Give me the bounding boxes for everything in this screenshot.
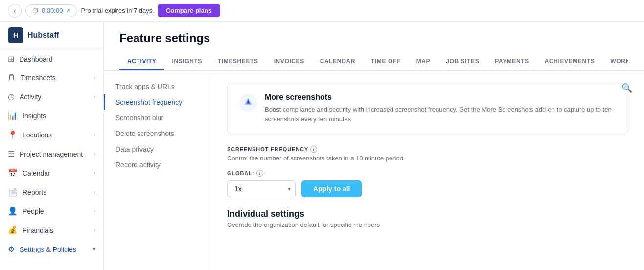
tab-invoices[interactable]: INVOICES xyxy=(266,53,312,70)
back-button[interactable]: ‹ xyxy=(8,4,22,18)
sidebar-item-label: Insights xyxy=(23,112,46,120)
chevron-icon: › xyxy=(94,151,95,157)
chevron-icon: › xyxy=(94,208,95,214)
sidebar-item-locations[interactable]: 📍 Locations › xyxy=(0,125,103,144)
sidebar-item-label: Settings & Policies xyxy=(20,246,76,253)
side-nav-screenshot-frequency[interactable]: Screenshot frequency xyxy=(104,94,211,110)
sidebar-item-label: Project management xyxy=(20,150,83,158)
side-nav: Track apps & URLs Screenshot frequency S… xyxy=(104,71,211,270)
tab-job-sites[interactable]: JOB SITES xyxy=(438,53,487,70)
timesheets-icon: 🗒 xyxy=(8,73,16,82)
timer-display[interactable]: ⏱ 0:00:00 ↗ xyxy=(25,4,77,17)
tab-time-off[interactable]: TIME OFF xyxy=(363,53,409,70)
inner-content: Track apps & URLs Screenshot frequency S… xyxy=(104,71,644,270)
sidebar-item-calendar[interactable]: 📅 Calendar › xyxy=(0,163,103,182)
section-description: Control the number of screenshots taken … xyxy=(227,155,628,162)
chevron-icon: › xyxy=(94,170,95,176)
people-icon: 👤 xyxy=(8,206,18,216)
search-button[interactable]: 🔍 xyxy=(621,83,632,93)
tab-achievements[interactable]: ACHIEVEMENTS xyxy=(537,53,603,70)
tab-activity[interactable]: ACTIVITY xyxy=(119,53,164,70)
sidebar-item-settings-policies[interactable]: ⚙ Settings & Policies ▾ xyxy=(0,240,103,259)
trial-text: Pro trial expires in 7 days. xyxy=(81,7,154,14)
section-info-icon[interactable]: i xyxy=(310,146,317,153)
sidebar-item-financials[interactable]: 💰 Financials › xyxy=(0,221,103,240)
sidebar-item-label: Reports xyxy=(23,188,46,196)
apply-to-all-button[interactable]: Apply to all xyxy=(301,180,362,197)
global-info-icon[interactable]: i xyxy=(256,170,263,177)
project-management-icon: ☰ xyxy=(8,149,15,158)
individual-settings-section: Individual settings Override the organiz… xyxy=(227,209,628,228)
chevron-icon: › xyxy=(94,94,95,99)
side-nav-delete-screenshots[interactable]: Delete screenshots xyxy=(104,126,211,141)
topbar: ‹ ⏱ 0:00:00 ↗ Pro trial expires in 7 day… xyxy=(0,0,644,22)
sidebar-item-label: Calendar xyxy=(23,169,50,177)
sidebar-item-label: Locations xyxy=(23,131,52,139)
promo-description: Boost compliance and security with incre… xyxy=(265,105,616,124)
sidebar-item-reports[interactable]: 📄 Reports › xyxy=(0,182,103,202)
frequency-select-wrapper: 1x 2x 3x 4x 5x 6x 7x 8x 9x 10x xyxy=(227,180,296,197)
side-nav-track-apps[interactable]: Track apps & URLs xyxy=(104,79,211,94)
tab-calendar[interactable]: CALENDAR xyxy=(312,53,363,70)
timer-value: 0:00:00 xyxy=(42,7,63,14)
sidebar-item-timesheets[interactable]: 🗒 Timesheets › xyxy=(0,68,103,87)
page-header: Feature settings ACTIVITY INSIGHTS TIMES… xyxy=(104,22,644,71)
logo-text: Hubstaff xyxy=(27,31,59,40)
sidebar-item-project-management[interactable]: ☰ Project management › xyxy=(0,144,103,163)
sidebar: H Hubstaff ⊞ Dashboard 🗒 Timesheets › ◷ … xyxy=(0,22,104,270)
tab-work-breaks[interactable]: WORK BREAKS xyxy=(602,53,628,70)
section-label: SCREENSHOT FREQUENCY i xyxy=(227,146,628,153)
page-title: Feature settings xyxy=(119,31,628,45)
chevron-icon: › xyxy=(94,75,95,81)
topbar-left: ‹ ⏱ 0:00:00 ↗ Pro trial expires in 7 day… xyxy=(8,4,220,18)
tab-timesheets[interactable]: TIMESHEETS xyxy=(210,53,266,70)
sidebar-item-people[interactable]: 👤 People › xyxy=(0,202,103,221)
reports-icon: 📄 xyxy=(8,187,18,197)
calendar-icon: 📅 xyxy=(8,168,18,178)
tab-insights[interactable]: INSIGHTS xyxy=(164,53,209,70)
chevron-icon: › xyxy=(94,132,95,137)
sidebar-item-label: Activity xyxy=(20,93,41,101)
chevron-icon: › xyxy=(94,227,95,233)
side-nav-data-privacy[interactable]: Data privacy xyxy=(104,141,211,157)
content-area: Feature settings ACTIVITY INSIGHTS TIMES… xyxy=(104,22,644,270)
sidebar-item-dashboard[interactable]: ⊞ Dashboard xyxy=(0,49,103,68)
settings-icon: ⚙ xyxy=(8,245,15,254)
sidebar-item-label: Dashboard xyxy=(19,55,53,63)
sidebar-item-insights[interactable]: 📊 Insights xyxy=(0,106,103,125)
side-nav-screenshot-blur[interactable]: Screenshot blur xyxy=(104,110,211,126)
individual-settings-description: Override the organization default for sp… xyxy=(227,221,628,228)
sidebar-item-label: People xyxy=(23,207,44,215)
clock-icon: ⏱ xyxy=(32,7,39,15)
chevron-down-icon: ▾ xyxy=(93,247,95,252)
promo-content: More screenshots Boost compliance and se… xyxy=(265,93,616,124)
promo-icon xyxy=(239,94,257,115)
tab-payments[interactable]: PAYMENTS xyxy=(487,53,536,70)
promo-title: More screenshots xyxy=(265,93,616,102)
frequency-select[interactable]: 1x 2x 3x 4x 5x 6x 7x 8x 9x 10x xyxy=(227,180,296,197)
sidebar-item-label: Timesheets xyxy=(21,74,56,82)
tab-map[interactable]: MAP xyxy=(409,53,438,70)
individual-settings-title: Individual settings xyxy=(227,209,628,219)
global-setting-row: GLOBAL: i 1x 2x 3x 4x 5x xyxy=(227,170,628,197)
sidebar-logo: H Hubstaff xyxy=(0,22,103,49)
insights-icon: 📊 xyxy=(8,111,18,120)
promo-card: More screenshots Boost compliance and se… xyxy=(227,83,628,134)
sidebar-item-label: Financials xyxy=(23,226,53,234)
back-icon: ‹ xyxy=(14,7,16,15)
locations-icon: 📍 xyxy=(8,130,18,139)
main-panel: 🔍 More screenshots Boost compliance a xyxy=(211,71,644,270)
logo-icon: H xyxy=(8,27,23,43)
chevron-icon: › xyxy=(94,189,95,195)
tabs-nav: ACTIVITY INSIGHTS TIMESHEETS INVOICES CA… xyxy=(119,53,628,70)
side-nav-record-activity[interactable]: Record activity xyxy=(104,157,211,173)
dashboard-icon: ⊞ xyxy=(8,54,14,64)
main-layout: H Hubstaff ⊞ Dashboard 🗒 Timesheets › ◷ … xyxy=(0,22,644,270)
timer-expand-icon: ↗ xyxy=(66,7,70,14)
sidebar-item-activity[interactable]: ◷ Activity › xyxy=(0,87,103,106)
global-label: GLOBAL: i xyxy=(227,170,628,177)
screenshot-frequency-section: SCREENSHOT FREQUENCY i Control the numbe… xyxy=(227,146,628,197)
activity-icon: ◷ xyxy=(8,92,15,101)
financials-icon: 💰 xyxy=(8,225,18,235)
compare-plans-button[interactable]: Compare plans xyxy=(158,4,220,17)
